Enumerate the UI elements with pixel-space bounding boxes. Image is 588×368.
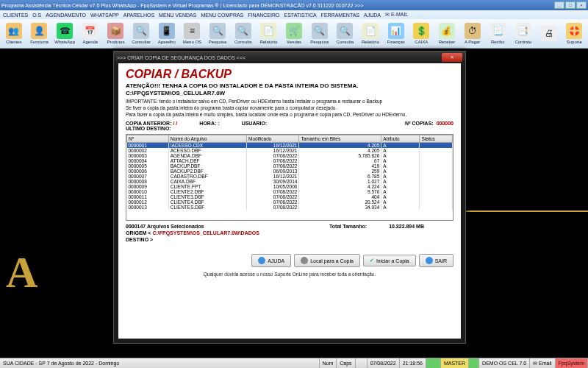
menu-item[interactable]: MENU VENDAS bbox=[159, 13, 196, 18]
toolbar-icon: 🖨 bbox=[541, 25, 557, 41]
table-row[interactable]: 0000004ATTACH.DBF07/08/202267A bbox=[127, 158, 453, 163]
ajuda-button[interactable]: AJUDA bbox=[251, 254, 291, 267]
sair-button[interactable]: SAIR bbox=[419, 254, 453, 267]
toolbar-button[interactable]: 📱Aparelho bbox=[154, 20, 179, 47]
toolbar-button[interactable]: ≡Menu OS bbox=[180, 20, 205, 47]
toolbar-label: Contrato bbox=[514, 40, 531, 44]
menu-item[interactable]: WHATSAPP bbox=[90, 13, 119, 18]
toolbar-button[interactable]: 📄Relatório bbox=[257, 20, 282, 47]
table-row[interactable]: 0000013CLIENTES.DBF07/08/202234.934A bbox=[127, 205, 453, 210]
toolbar-icon: 🔍 bbox=[133, 23, 149, 39]
toolbar-label: Finanças bbox=[387, 40, 404, 44]
menu-item[interactable]: AJUDA bbox=[364, 13, 381, 18]
origem-path: C:\FPQSYSTEM\OS_CELULAR7.0W\DADOS bbox=[152, 230, 259, 236]
table-row[interactable]: 0000009CLIENTE.FPT10/05/20064.224A bbox=[127, 184, 453, 189]
status-green-led bbox=[426, 358, 441, 368]
table-row[interactable]: 0000002ACESSO.DBF16/12/20214.205A bbox=[127, 148, 453, 153]
toolbar-button[interactable]: 📃Recibo bbox=[485, 20, 510, 47]
table-row[interactable]: 0000011CLIENTE3.DBF07/08/2022404A bbox=[127, 194, 453, 199]
menu-item[interactable]: O.S bbox=[32, 13, 41, 18]
toolbar-label: Consulta bbox=[337, 40, 354, 44]
toolbar-label: Consulta bbox=[234, 40, 252, 44]
table-row[interactable]: 0000007CADASTRO.DBF16/12/20216.785A bbox=[127, 174, 453, 179]
toolbar-button[interactable]: 🔍Consulta bbox=[231, 20, 256, 47]
status-date: 07/08/2022 bbox=[368, 358, 400, 368]
iniciar-copia-button[interactable]: ✔Iniciar a Copia bbox=[363, 255, 416, 266]
minimize-button[interactable]: _ bbox=[554, 1, 564, 9]
toolbar-button[interactable]: 🔍Consulta bbox=[333, 20, 358, 47]
toolbar-icon: ☎ bbox=[57, 23, 73, 39]
toolbar-button[interactable]: 🖨 bbox=[537, 20, 562, 47]
toolbar-icon: 📃 bbox=[490, 23, 506, 39]
local-copia-button[interactable]: Local para a Copia bbox=[294, 254, 360, 267]
toolbar-label: Pesquisa bbox=[209, 40, 227, 44]
dialog-close-button[interactable]: × bbox=[442, 53, 462, 62]
toolbar-icon: 🔍 bbox=[312, 23, 328, 39]
toolbar-button[interactable]: 📑Contrato bbox=[511, 20, 536, 47]
dialog-warning: ATENÇÃO!!! TENHA A COPIA DO INSTALADOR E… bbox=[126, 82, 453, 89]
toolbar-label: Aparelho bbox=[158, 40, 176, 44]
toolbar-button[interactable]: 📊Finanças bbox=[384, 20, 409, 47]
table-row[interactable]: 0000012CLIENTE4.DBF07/08/202220.524A bbox=[127, 199, 453, 205]
menu-item[interactable]: AGENDAMENTO bbox=[46, 13, 86, 18]
toolbar-button[interactable]: ☎WhatsApp bbox=[52, 20, 77, 47]
table-row[interactable]: 0000010CLIENTE2.DBF07/08/20229.576A bbox=[127, 189, 453, 194]
toolbar-icon: 🔍 bbox=[235, 23, 251, 39]
toolbar-button[interactable]: 📅Agenda bbox=[78, 20, 103, 47]
toolbar-button[interactable]: 📦Produtos bbox=[104, 20, 129, 47]
total-size-value: 10.322.894 MB bbox=[389, 224, 424, 229]
menu-item[interactable]: ✉ E-MAIL bbox=[385, 12, 408, 18]
table-row[interactable]: 0000006BACKUP2.DBF06/09/2013259A bbox=[127, 169, 453, 174]
toolbar-label: WhatsApp bbox=[54, 40, 75, 44]
toolbar-button[interactable]: 📄Relatório bbox=[358, 20, 383, 47]
toolbar-button[interactable]: 💲CAIXA bbox=[409, 20, 434, 47]
toolbar-label: Vendas bbox=[287, 40, 301, 44]
toolbar-label: Produtos bbox=[107, 40, 124, 44]
toolbar-icon: 📄 bbox=[260, 23, 276, 39]
table-row[interactable]: 0000001!ACESSO.CDX16/12/20214.205A bbox=[127, 143, 453, 149]
background-logo: A bbox=[6, 247, 37, 298]
status-brand: FpqSystem bbox=[556, 358, 588, 368]
toolbar-icon: 👥 bbox=[6, 23, 22, 39]
toolbar-button[interactable]: 💰Receber bbox=[434, 20, 459, 47]
toolbar-button[interactable]: ⏱A Pagar bbox=[460, 20, 485, 47]
dialog-title: >>> CRIAR COPIA DE SEGURANÇA DOS DADOS <… bbox=[117, 55, 442, 60]
destino-label: DESTINO > bbox=[126, 237, 153, 242]
toolbar-button[interactable]: 👥Clientes bbox=[1, 20, 26, 47]
toolbar-button[interactable]: 🔍Pesquisa bbox=[307, 20, 332, 47]
toolbar-button[interactable]: 🛟Suporte bbox=[562, 20, 587, 47]
table-row[interactable]: 0000005BACKUP.DBF07/08/2022419A bbox=[127, 163, 453, 169]
toolbar-button[interactable]: 🛒Vendas bbox=[282, 20, 306, 47]
maximize-button[interactable]: □ bbox=[565, 1, 576, 9]
toolbar-label: Receber bbox=[439, 40, 456, 44]
menubar: CLIENTESO.SAGENDAMENTOWHATSAPPAPARELHOSM… bbox=[0, 10, 588, 19]
table-row[interactable]: 0000003AGENDA.DBF07/08/20225.785.826A bbox=[127, 153, 453, 158]
copia-anterior-label: COPIA ANTERIOR: bbox=[126, 121, 171, 126]
dialog-titlebar: >>> CRIAR COPIA DE SEGURANÇA DOS DADOS <… bbox=[114, 52, 465, 63]
menu-item[interactable]: ESTATISTICA bbox=[284, 13, 317, 18]
toolbar-label: Agenda bbox=[82, 40, 98, 44]
status-email[interactable]: ✉ Email bbox=[530, 358, 555, 368]
close-button[interactable]: × bbox=[576, 1, 587, 9]
window-title: Programa Assistência Técnica Celular v7.… bbox=[1, 3, 554, 8]
dialog-footnote: Qualquer dúvida acesse o nosso Suporte O… bbox=[126, 272, 453, 277]
menu-item[interactable]: CLIENTES bbox=[3, 13, 28, 18]
toolbar-label: Suporte bbox=[567, 40, 582, 44]
toolbar-icon: 📄 bbox=[362, 23, 379, 39]
menu-item[interactable]: APARELHOS bbox=[123, 13, 154, 18]
menu-item[interactable]: FERRAMENTAS bbox=[321, 13, 359, 18]
toolbar-button[interactable]: 👤Funciona bbox=[27, 20, 52, 47]
toolbar-icon: 🔍 bbox=[337, 23, 353, 39]
table-row[interactable]: 0000008CAIXA.DBF30/09/20141.027A bbox=[127, 179, 453, 184]
menu-item[interactable]: FINANCEIRO bbox=[248, 13, 279, 18]
toolbar-label: A Pagar bbox=[465, 40, 480, 44]
exit-icon bbox=[426, 257, 433, 264]
toolbar-icon: ≡ bbox=[184, 23, 200, 39]
file-grid[interactable]: NºNome do ArquivoModificadoTamanho em Bi… bbox=[126, 134, 453, 221]
file-count: 0000147 Arquivos Selecionados bbox=[126, 224, 204, 229]
ncopias-value: 000000 bbox=[437, 121, 453, 126]
toolbar-button[interactable]: 🔍Consultar bbox=[129, 20, 154, 47]
toolbar-button[interactable]: 🔍Pesquisa bbox=[205, 20, 230, 47]
total-size-label: Total Tamanho: bbox=[329, 224, 367, 229]
menu-item[interactable]: MENU COMPRAS bbox=[201, 13, 243, 18]
